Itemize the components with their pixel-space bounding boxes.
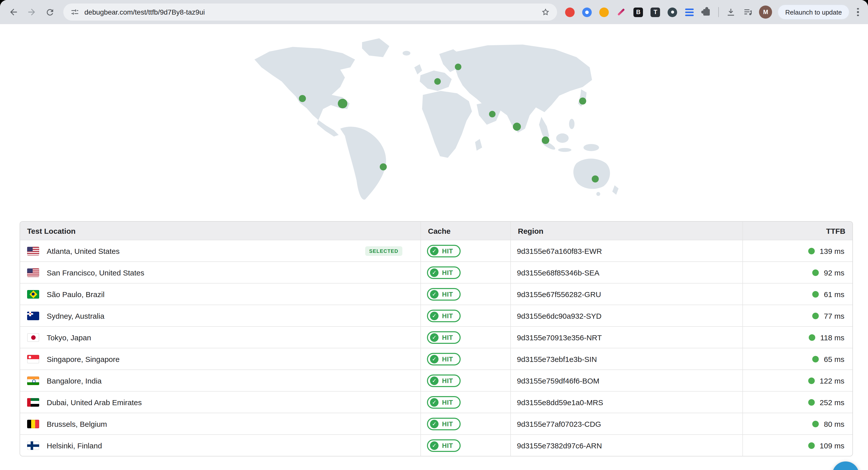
cache-cell: ✓ HIT — [421, 391, 510, 413]
region-id: 9d3155e68f85346b-SEA — [517, 268, 599, 277]
check-icon: ✓ — [430, 333, 438, 342]
extensions-puzzle-icon[interactable] — [699, 4, 714, 20]
page-content: Test Location Cache Region TTFB Atlanta,… — [0, 24, 868, 470]
ttfb-status-dot — [808, 247, 815, 254]
region-cell: 9d3155e70913e356-NRT — [510, 327, 742, 348]
map-location-dot-san-francisco[interactable] — [299, 95, 306, 102]
table-row[interactable]: Singapore, Singapore ✓ HIT 9d3155e73ebf1… — [20, 348, 852, 370]
url-bar[interactable]: debugbear.com/test/ttfb/9d7By8-taz9ui — [63, 3, 557, 21]
media-queue-icon[interactable] — [740, 4, 755, 20]
cache-hit-badge: ✓ HIT — [427, 310, 461, 322]
check-icon: ✓ — [430, 419, 438, 428]
map-location-dot-tokyo[interactable] — [579, 98, 586, 105]
ttfb-status-dot — [812, 356, 819, 362]
map-location-dot-atlanta[interactable] — [338, 99, 347, 108]
cache-hit-label: HIT — [442, 290, 453, 298]
cache-cell: ✓ HIT — [421, 262, 510, 283]
table-row[interactable]: São Paulo, Brazil ✓ HIT 9d3155e67f556282… — [20, 283, 852, 304]
reload-button[interactable] — [41, 3, 58, 21]
map-location-dot-dubai[interactable] — [489, 111, 496, 117]
cache-hit-label: HIT — [442, 442, 453, 449]
location-label: Dubai, United Arab Emirates — [47, 398, 142, 406]
map-location-dot-brussels[interactable] — [434, 78, 441, 84]
back-button[interactable] — [5, 3, 22, 21]
cache-hit-badge: ✓ HIT — [427, 396, 461, 408]
map-location-dot-helsinki[interactable] — [455, 64, 462, 70]
location-label: Atlanta, United States — [47, 246, 120, 255]
ttfb-cell: 80 ms — [742, 413, 852, 434]
cache-hit-label: HIT — [442, 399, 453, 406]
ttfb-status-dot — [812, 291, 819, 297]
cache-hit-badge: ✓ HIT — [427, 266, 461, 279]
region-id: 9d3155e67a160f83-EWR — [517, 246, 602, 255]
header-cache: Cache — [421, 222, 510, 240]
map-location-dot-sydney[interactable] — [592, 176, 599, 183]
world-map — [238, 31, 628, 208]
region-cell: 9d3155e6dc90a932-SYD — [510, 305, 742, 326]
site-controls-icon[interactable] — [70, 7, 80, 17]
url-text[interactable]: debugbear.com/test/ttfb/9d7By8-taz9ui — [84, 8, 536, 16]
browser-menu-icon[interactable] — [853, 7, 863, 17]
cache-cell: ✓ HIT — [421, 327, 510, 348]
table-row[interactable]: San Francisco, United States ✓ HIT 9d315… — [20, 261, 852, 283]
region-cell: 9d3155e8dd59e1a0-MRS — [510, 391, 742, 413]
cache-hit-badge: ✓ HIT — [427, 331, 461, 344]
region-id: 9d3155e73ebf1e3b-SIN — [517, 355, 597, 363]
blue-gear-icon[interactable] — [579, 4, 595, 20]
letter-b-icon[interactable]: B — [630, 4, 646, 20]
toolbar-divider — [718, 7, 719, 17]
bookmark-star-icon[interactable] — [541, 7, 550, 17]
region-cell: 9d3155e73ebf1e3b-SIN — [510, 348, 742, 370]
pink-pen-icon[interactable] — [613, 4, 629, 20]
cache-cell: ✓ HIT — [421, 240, 510, 261]
table-row[interactable]: Helsinki, Finland ✓ HIT 9d3155e7382d97c6… — [20, 434, 852, 456]
header-test-location: Test Location — [20, 222, 421, 240]
table-row[interactable]: Dubai, United Arab Emirates ✓ HIT 9d3155… — [20, 391, 852, 413]
adblocker-icon[interactable] — [562, 4, 578, 20]
check-icon: ✓ — [430, 355, 438, 363]
check-icon: ✓ — [430, 376, 438, 385]
header-ttfb: TTFB — [742, 222, 852, 240]
forward-button[interactable] — [23, 3, 40, 21]
country-flag-icon — [27, 398, 39, 406]
region-id: 9d3155e7382d97c6-ARN — [517, 441, 602, 450]
chat-bubble-icon — [839, 468, 852, 470]
ttfb-cell: 118 ms — [742, 327, 852, 348]
profile-avatar[interactable]: M — [759, 5, 772, 19]
location-label: Helsinki, Finland — [47, 441, 102, 450]
location-cell: Tokyo, Japan — [20, 327, 421, 348]
ttfb-cell: 109 ms — [742, 435, 852, 456]
downloads-icon[interactable] — [723, 4, 738, 20]
region-cell: 9d3155e67a160f83-EWR — [510, 240, 742, 261]
table-row[interactable]: Tokyo, Japan ✓ HIT 9d3155e70913e356-NRT … — [20, 326, 852, 348]
map-location-dot-singapore[interactable] — [542, 137, 550, 144]
map-location-dot-sao-paulo[interactable] — [380, 164, 387, 170]
cache-cell: ✓ HIT — [421, 370, 510, 391]
location-cell: Dubai, United Arab Emirates — [20, 391, 421, 413]
table-row[interactable]: Brussels, Belgium ✓ HIT 9d3155e77af07023… — [20, 413, 852, 434]
dark-circle-icon[interactable] — [664, 4, 680, 20]
region-id: 9d3155e6dc90a932-SYD — [517, 312, 601, 320]
map-location-dot-bangalore[interactable] — [513, 123, 521, 131]
check-icon: ✓ — [430, 246, 438, 255]
relaunch-to-update-button[interactable]: Relaunch to update — [778, 4, 849, 20]
chat-widget-button[interactable] — [832, 462, 859, 470]
ttfb-status-dot — [808, 377, 815, 384]
ttfb-value: 252 ms — [820, 398, 844, 406]
location-cell: Singapore, Singapore — [20, 348, 421, 370]
orange-circle-icon[interactable] — [596, 4, 612, 20]
location-label: Sydney, Australia — [47, 312, 104, 320]
country-flag-icon — [27, 268, 39, 277]
blue-sliders-icon[interactable] — [682, 4, 697, 20]
back-arrow-icon — [8, 7, 19, 17]
table-row[interactable]: Atlanta, United States SELECTED ✓ HIT 9d… — [20, 240, 852, 261]
browser-window: debugbear.com/test/ttfb/9d7By8-taz9ui B … — [0, 0, 868, 470]
letter-t-icon[interactable]: T — [648, 4, 663, 20]
browser-toolbar: debugbear.com/test/ttfb/9d7By8-taz9ui B … — [0, 0, 868, 24]
cache-hit-label: HIT — [442, 269, 453, 276]
ttfb-cell: 65 ms — [742, 348, 852, 370]
table-row[interactable]: Bangalore, India ✓ HIT 9d3155e759df46f6-… — [20, 370, 852, 391]
extensions-row: B T M Relaunch to update — [562, 4, 863, 20]
table-row[interactable]: Sydney, Australia ✓ HIT 9d3155e6dc90a932… — [20, 304, 852, 326]
ttfb-cell: 77 ms — [742, 305, 852, 326]
